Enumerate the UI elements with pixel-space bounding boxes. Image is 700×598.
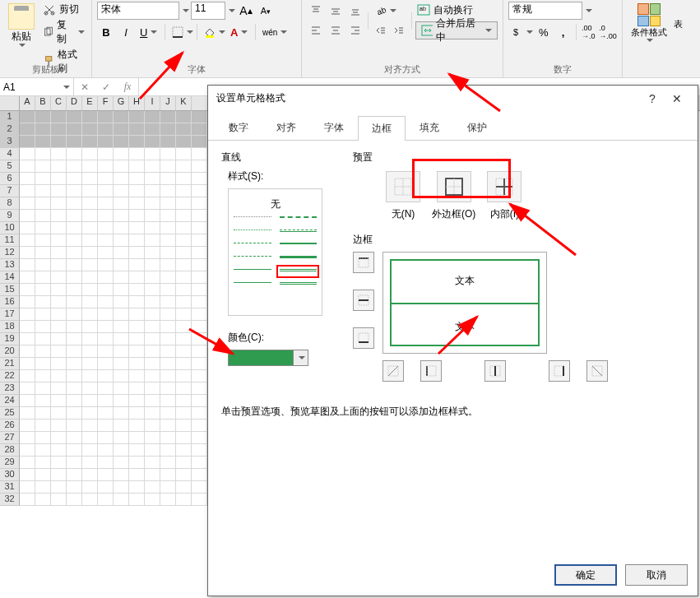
cell[interactable] xyxy=(35,173,51,185)
cell[interactable] xyxy=(67,271,82,284)
row-header[interactable]: 2 xyxy=(0,123,20,136)
cell[interactable] xyxy=(129,457,145,469)
cancel-button[interactable]: ✕ xyxy=(74,81,95,93)
cell[interactable] xyxy=(98,358,114,370)
cell[interactable] xyxy=(82,296,98,308)
cell[interactable] xyxy=(129,173,145,185)
cell[interactable] xyxy=(98,407,114,420)
cell[interactable] xyxy=(35,494,51,506)
cell[interactable] xyxy=(35,259,51,271)
copy-button[interactable]: 复制 xyxy=(41,17,86,47)
cell[interactable] xyxy=(145,271,160,284)
cell[interactable] xyxy=(192,123,207,136)
cell[interactable] xyxy=(129,407,145,420)
cell[interactable] xyxy=(35,197,51,210)
cell[interactable] xyxy=(98,222,114,234)
cell[interactable] xyxy=(192,197,207,210)
cell[interactable] xyxy=(67,481,82,494)
cell[interactable] xyxy=(67,111,82,123)
cell[interactable] xyxy=(20,111,35,123)
cell[interactable] xyxy=(145,284,160,296)
cell[interactable] xyxy=(192,370,207,382)
font-name-select[interactable]: 宋体 xyxy=(97,2,179,20)
cell[interactable] xyxy=(51,420,67,432)
align-middle-button[interactable] xyxy=(327,2,345,20)
cell[interactable] xyxy=(160,136,176,148)
cell[interactable] xyxy=(176,222,192,234)
cell[interactable] xyxy=(51,432,67,444)
cell[interactable] xyxy=(160,222,176,234)
cell[interactable] xyxy=(145,173,160,185)
tab-保护[interactable]: 保护 xyxy=(453,115,501,140)
cell[interactable] xyxy=(192,457,207,469)
cell[interactable] xyxy=(160,444,176,457)
cell[interactable] xyxy=(35,469,51,481)
row-header[interactable]: 10 xyxy=(0,222,20,234)
cell[interactable] xyxy=(129,136,145,148)
cell[interactable] xyxy=(160,197,176,210)
cell[interactable] xyxy=(160,111,176,123)
cell[interactable] xyxy=(160,259,176,271)
cell[interactable] xyxy=(82,259,98,271)
cell[interactable] xyxy=(82,284,98,296)
cell[interactable] xyxy=(176,271,192,284)
cell[interactable] xyxy=(192,136,207,148)
cell[interactable] xyxy=(145,259,160,271)
col-header[interactable]: G xyxy=(114,96,129,110)
cell[interactable] xyxy=(192,407,207,420)
cell[interactable] xyxy=(98,481,114,494)
cell[interactable] xyxy=(192,358,207,370)
cell[interactable] xyxy=(192,148,207,160)
cell[interactable] xyxy=(160,160,176,173)
cell[interactable] xyxy=(51,222,67,234)
cell[interactable] xyxy=(192,321,207,333)
col-header[interactable]: B xyxy=(35,96,51,110)
cell[interactable] xyxy=(98,111,114,123)
cell[interactable] xyxy=(160,370,176,382)
row-header[interactable]: 27 xyxy=(0,432,20,444)
cell[interactable] xyxy=(160,333,176,345)
cell[interactable] xyxy=(82,469,98,481)
cell[interactable] xyxy=(192,296,207,308)
cell[interactable] xyxy=(145,234,160,247)
row-header[interactable]: 22 xyxy=(0,370,20,382)
cell[interactable] xyxy=(51,296,67,308)
cell[interactable] xyxy=(176,123,192,136)
cell[interactable] xyxy=(192,111,207,123)
cell[interactable] xyxy=(145,148,160,160)
cell[interactable] xyxy=(160,308,176,321)
cell[interactable] xyxy=(176,333,192,345)
cell[interactable] xyxy=(67,432,82,444)
cell[interactable] xyxy=(145,210,160,222)
underline-button[interactable]: U xyxy=(137,23,161,41)
cell[interactable] xyxy=(176,173,192,185)
cell[interactable] xyxy=(192,395,207,407)
cell[interactable] xyxy=(20,370,35,382)
cell[interactable] xyxy=(160,358,176,370)
cell[interactable] xyxy=(82,148,98,160)
cell[interactable] xyxy=(35,370,51,382)
cell[interactable] xyxy=(129,432,145,444)
cell[interactable] xyxy=(20,345,35,358)
row-header[interactable]: 25 xyxy=(0,407,20,420)
cell[interactable] xyxy=(160,284,176,296)
row-header[interactable]: 19 xyxy=(0,333,20,345)
cell[interactable] xyxy=(51,370,67,382)
cell[interactable] xyxy=(51,284,67,296)
cell[interactable] xyxy=(67,345,82,358)
cell[interactable] xyxy=(129,222,145,234)
cell[interactable] xyxy=(114,136,129,148)
cell[interactable] xyxy=(20,395,35,407)
row-header[interactable]: 31 xyxy=(0,481,20,494)
cell[interactable] xyxy=(129,234,145,247)
cell[interactable] xyxy=(20,210,35,222)
cell[interactable] xyxy=(145,321,160,333)
cell[interactable] xyxy=(114,284,129,296)
cell[interactable] xyxy=(129,494,145,506)
cell[interactable] xyxy=(35,111,51,123)
cell[interactable] xyxy=(67,308,82,321)
ok-button[interactable]: 确定 xyxy=(554,564,617,586)
cell[interactable] xyxy=(98,370,114,382)
cell[interactable] xyxy=(114,259,129,271)
cell[interactable] xyxy=(114,370,129,382)
